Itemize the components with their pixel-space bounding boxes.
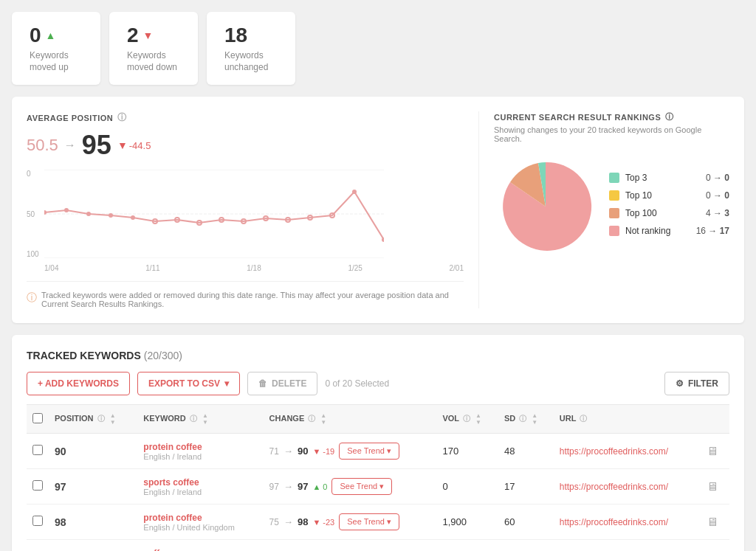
change-cell-1: 97 → 97 ▲ 0 See Trend ▾ bbox=[269, 478, 431, 495]
chart-section: AVERAGE POSITION ⓘ 50.5 → 95 ▼ -44.5 0 5… bbox=[27, 111, 464, 308]
x-label-0: 1/04 bbox=[44, 264, 58, 272]
keyword-link-1[interactable]: sports coffee bbox=[143, 477, 199, 488]
pie-chart bbox=[494, 155, 597, 260]
th-url: URL ⓘ bbox=[554, 405, 701, 434]
sd-sort-icon[interactable]: ▲▼ bbox=[532, 412, 537, 426]
change-from-0: 71 bbox=[269, 446, 279, 457]
stat-card-unchanged: 18 Keywordsunchanged bbox=[207, 12, 295, 85]
chart-info-icon: ⓘ bbox=[117, 111, 127, 124]
stat-number-moved-up: 0 ▲ bbox=[30, 24, 83, 47]
stat-label-moved-down: Keywordsmoved down bbox=[127, 50, 180, 73]
chart-title: AVERAGE POSITION ⓘ bbox=[27, 111, 464, 124]
legend-value-notranking: 16 → 17 bbox=[696, 226, 729, 236]
rankings-legend: Top 3 0 → 0 Top 10 0 → 0 bbox=[609, 173, 729, 243]
legend-item-top10: Top 10 0 → 0 bbox=[609, 190, 729, 201]
change-sort-icon[interactable]: ▲▼ bbox=[320, 412, 326, 426]
rankings-title: CURRENT SEARCH RESULT RANKINGS ⓘ bbox=[494, 111, 729, 122]
legend-dot-notranking bbox=[609, 226, 619, 236]
change-to-1: 97 bbox=[298, 481, 308, 492]
th-checkbox bbox=[27, 405, 49, 434]
th-vol: VOL ⓘ ▲▼ bbox=[436, 405, 498, 434]
rankings-subtitle: Showing changes to your 20 tracked keywo… bbox=[494, 125, 729, 143]
position-to: 95 bbox=[82, 130, 111, 161]
chart-title-text: AVERAGE POSITION bbox=[27, 114, 113, 122]
legend-value-top3: 0 → 0 bbox=[706, 173, 729, 183]
stat-label-moved-up: Keywordsmoved up bbox=[30, 50, 83, 73]
see-trend-button-1[interactable]: See Trend ▾ bbox=[331, 478, 392, 495]
see-trend-button-2[interactable]: See Trend ▾ bbox=[339, 513, 399, 530]
change-arrow-1: → bbox=[284, 481, 293, 492]
legend-value-top100: 4 → 3 bbox=[706, 208, 729, 218]
stat-number-unchanged: 18 bbox=[224, 24, 278, 47]
legend-value-top10: 0 → 0 bbox=[706, 190, 729, 201]
table-row: Not rankedcoffee English / United Kingdo… bbox=[27, 540, 729, 551]
th-change: CHANGE ⓘ ▲▼ bbox=[264, 405, 437, 434]
row-checkbox-1[interactable] bbox=[32, 480, 43, 491]
trash-icon: 🗑 bbox=[258, 378, 267, 389]
select-all-checkbox[interactable] bbox=[32, 413, 43, 423]
row-checkbox-2[interactable] bbox=[32, 516, 43, 526]
delete-label: DELETE bbox=[272, 378, 306, 389]
rankings-inner: Top 3 0 → 0 Top 10 0 → 0 bbox=[494, 155, 729, 260]
legend-item-top100: Top 100 4 → 3 bbox=[609, 208, 729, 218]
keyword-link-0[interactable]: protein coffee bbox=[143, 442, 202, 452]
sd-cell-3: 63 bbox=[498, 540, 554, 551]
legend-label-top10: Top 10 bbox=[625, 190, 652, 201]
device-icon-1: 🖥 bbox=[707, 480, 718, 493]
position-arrow-right: → bbox=[64, 139, 76, 152]
chart-y-labels: 0 50 100 bbox=[27, 170, 39, 258]
url-link-0[interactable]: https://procoffeedrinks.com/ bbox=[560, 446, 668, 457]
svg-point-17 bbox=[352, 190, 357, 194]
x-label-2: 1/18 bbox=[247, 264, 261, 272]
keyword-link-3[interactable]: coffee bbox=[143, 548, 169, 551]
notice-icon: ⓘ bbox=[27, 291, 37, 305]
position-value-1: 97 bbox=[55, 481, 66, 493]
position-info-icon: ⓘ bbox=[97, 415, 105, 423]
device-icon-0: 🖥 bbox=[707, 445, 718, 457]
delete-button[interactable]: 🗑 DELETE bbox=[247, 372, 317, 395]
filter-button[interactable]: ⚙ FILTER bbox=[664, 372, 729, 395]
unchanged-value: 18 bbox=[224, 24, 247, 47]
table-row: 97sports coffee English / Ireland 97 → 9… bbox=[27, 469, 729, 505]
position-value-0: 90 bbox=[55, 446, 66, 457]
row-checkbox-0[interactable] bbox=[32, 445, 43, 455]
filter-icon: ⚙ bbox=[676, 378, 684, 389]
change-from-1: 97 bbox=[269, 482, 279, 492]
legend-label-top3: Top 3 bbox=[625, 173, 647, 183]
chart-svg bbox=[44, 170, 464, 258]
keyword-sort-icon[interactable]: ▲▼ bbox=[202, 412, 208, 426]
legend-dot-top10 bbox=[609, 190, 619, 201]
th-keyword: KEYWORD ⓘ ▲▼ bbox=[137, 405, 263, 434]
change-badge-1: ▲ 0 bbox=[312, 482, 327, 491]
selected-count: 0 of 20 Selected bbox=[325, 378, 657, 389]
filter-label: FILTER bbox=[688, 378, 718, 389]
see-trend-button-0[interactable]: See Trend ▾ bbox=[339, 443, 399, 460]
sd-cell-0: 48 bbox=[498, 434, 554, 469]
keyword-link-2[interactable]: protein coffee bbox=[143, 513, 202, 523]
th-sd: SD ⓘ ▲▼ bbox=[498, 405, 554, 434]
position-summary: 50.5 → 95 ▼ -44.5 bbox=[27, 130, 464, 161]
add-keywords-button[interactable]: + ADD KEYWORDS bbox=[27, 372, 130, 395]
chart-area: 0 50 100 bbox=[27, 170, 464, 258]
position-sort-icon[interactable]: ▲▼ bbox=[110, 412, 116, 426]
svg-point-7 bbox=[131, 215, 135, 220]
vol-cell-3: 1.2m bbox=[436, 540, 498, 551]
url-link-2[interactable]: https://procoffeedrinks.com/ bbox=[560, 517, 668, 527]
x-label-4: 2/01 bbox=[450, 264, 464, 272]
svg-point-18 bbox=[382, 238, 384, 242]
url-link-1[interactable]: https://procoffeedrinks.com/ bbox=[560, 482, 668, 492]
sd-cell-1: 17 bbox=[498, 469, 554, 505]
change-to-0: 90 bbox=[298, 446, 308, 457]
position-value-2: 98 bbox=[55, 516, 66, 528]
vol-info-icon: ⓘ bbox=[463, 415, 470, 423]
x-label-3: 1/25 bbox=[348, 264, 362, 272]
vol-sort-icon[interactable]: ▲▼ bbox=[475, 412, 481, 426]
keyword-info-icon: ⓘ bbox=[190, 415, 197, 423]
change-info-icon: ⓘ bbox=[308, 415, 315, 423]
vol-cell-0: 170 bbox=[436, 434, 498, 469]
legend-item-top3: Top 3 0 → 0 bbox=[609, 173, 729, 183]
export-csv-button[interactable]: EXPORT TO CSV ▾ bbox=[137, 372, 240, 395]
rankings-title-text: CURRENT SEARCH RESULT RANKINGS bbox=[494, 113, 661, 122]
position-from: 50.5 bbox=[27, 136, 58, 155]
change-from-2: 75 bbox=[269, 517, 279, 527]
